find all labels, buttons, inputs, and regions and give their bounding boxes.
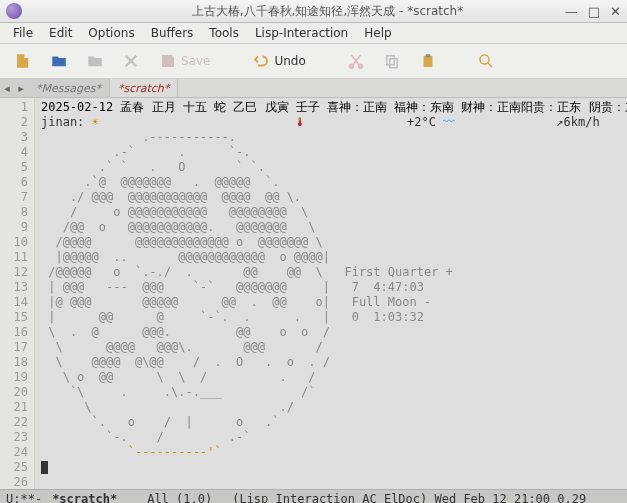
tab-strip: ◂ ▸ *Messages* *scratch* — [0, 79, 627, 98]
ascii-art-line: | @@@ --- @@@ `-` @@@@@@@ | 7 4:47:03 — [41, 280, 424, 294]
svg-point-6 — [480, 55, 489, 64]
menu-tools[interactable]: Tools — [202, 24, 246, 42]
open-file-button[interactable] — [44, 47, 74, 75]
ascii-art-line: |@ @@@ @@@@@ @@ . @@ o| Full Moon - — [41, 295, 431, 309]
ascii-art-line: .` ` . O ` `. — [41, 160, 265, 174]
line-number-gutter: 1 2 3 4 5 6 7 8 9 10 11 12 13 14 15 16 1… — [0, 98, 35, 489]
emacs-icon — [6, 3, 22, 19]
ascii-art-line: \ @@@@ @@@\. @@@ / — [41, 340, 323, 354]
tab-scratch[interactable]: *scratch* — [110, 79, 178, 97]
ascii-art-line: \ . @ @@@. @@ o o / — [41, 325, 330, 339]
menu-file[interactable]: File — [6, 24, 40, 42]
ascii-art-line: | @@ @ `-`. . . | 0 1:03:32 — [41, 310, 424, 324]
new-file-button[interactable] — [8, 47, 38, 75]
copy-button[interactable] — [377, 47, 407, 75]
modeline-position: All (1,0) — [147, 492, 212, 503]
menu-edit[interactable]: Edit — [42, 24, 79, 42]
minimize-icon[interactable]: — — [565, 4, 578, 19]
tab-scroll-right-icon[interactable]: ▸ — [14, 79, 28, 97]
ascii-art-line: `\ . .\.-.___ /` — [41, 385, 316, 399]
ascii-art-line: / o @@@@@@@@@@@ @@@@@@@@ \ — [41, 205, 308, 219]
weather-wind: ↗6km/h — [455, 115, 600, 129]
ascii-art-line: .`@ @@@@@@@ . @@@@@ `. — [41, 175, 279, 189]
weather-temp: +2°C — [306, 115, 443, 129]
modeline-buffer-name: *scratch* — [52, 492, 117, 503]
menu-buffers[interactable]: Buffers — [144, 24, 201, 42]
tab-scroll-left-icon[interactable]: ◂ — [0, 79, 14, 97]
ascii-art-line: \ @@@@ @\@@ / . O . o . / — [41, 355, 330, 369]
modeline-modes: (Lisp Interaction AC ElDoc) Wed Feb 12 2… — [232, 492, 586, 503]
toolbar: Save Undo — [0, 44, 627, 79]
close-button[interactable] — [116, 47, 146, 75]
ascii-art-line: `-. / .-` — [41, 430, 251, 444]
ascii-art-line: .-----------. — [41, 130, 236, 144]
svg-rect-5 — [426, 54, 431, 57]
mode-line: U:**- *scratch* All (1,0) (Lisp Interact… — [0, 489, 627, 503]
thermometer-icon: 🌡 — [294, 115, 306, 129]
save-button[interactable]: Save — [152, 47, 217, 75]
ascii-art-line: .-` . `-. — [41, 145, 251, 159]
text-cursor — [41, 461, 48, 474]
window-titlebar: 上古大椿,八千春秋,知途知径,浑然天成 - *scratch* — □ ✕ — [0, 0, 627, 23]
menubar: File Edit Options Buffers Tools Lisp-Int… — [0, 23, 627, 44]
paste-button[interactable] — [413, 47, 443, 75]
tab-label: *scratch* — [118, 82, 169, 95]
ascii-art-line: \ ./ — [41, 400, 294, 414]
close-icon[interactable]: ✕ — [610, 4, 621, 19]
modeline-coding: U:**- — [6, 492, 42, 503]
ascii-art-line: `----------'` — [41, 445, 222, 459]
cut-button[interactable] — [341, 47, 371, 75]
ascii-art-line: ./ @@@ @@@@@@@@@@@ @@@@ @@ \. — [41, 190, 301, 204]
recent-button[interactable] — [80, 47, 110, 75]
tab-messages[interactable]: *Messages* — [28, 79, 110, 97]
ascii-art-line: |@@@@@ .. @@@@@@@@@@@@ o @@@@| — [41, 250, 330, 264]
tab-label: *Messages* — [36, 82, 101, 95]
undo-label: Undo — [274, 54, 305, 68]
calendar-header-line: 2025-02-12 孟春 正月 十五 蛇 乙巳 戊寅 壬子 喜神：正南 福神：… — [41, 100, 627, 114]
sun-icon: ☀ — [92, 115, 99, 129]
svg-rect-4 — [423, 56, 432, 67]
menu-help[interactable]: Help — [357, 24, 398, 42]
wave-icon: 〰 — [443, 115, 455, 129]
text-buffer[interactable]: 2025-02-12 孟春 正月 十五 蛇 乙巳 戊寅 壬子 喜神：正南 福神：… — [35, 98, 627, 489]
weather-city: jinan: — [41, 115, 92, 129]
undo-button[interactable]: Undo — [245, 47, 312, 75]
search-button[interactable] — [471, 47, 501, 75]
window-title: 上古大椿,八千春秋,知途知径,浑然天成 - *scratch* — [28, 3, 627, 20]
ascii-art-line: /@@@@@ o `.-./ . @@ @@ \ First Quarter + — [41, 265, 453, 279]
save-label: Save — [181, 54, 210, 68]
editor-area: 1 2 3 4 5 6 7 8 9 10 11 12 13 14 15 16 1… — [0, 98, 627, 489]
ascii-art-line: \ o @@ \ \ / . / — [41, 370, 316, 384]
menu-lisp-interaction[interactable]: Lisp-Interaction — [248, 24, 355, 42]
ascii-art-line: /@@ o @@@@@@@@@@@. @@@@@@@ \ — [41, 220, 316, 234]
menu-options[interactable]: Options — [81, 24, 141, 42]
ascii-art-line: /@@@@ @@@@@@@@@@@@@ o @@@@@@@ \ — [41, 235, 323, 249]
maximize-icon[interactable]: □ — [588, 4, 600, 19]
ascii-art-line: `. o / | o .` — [41, 415, 279, 429]
